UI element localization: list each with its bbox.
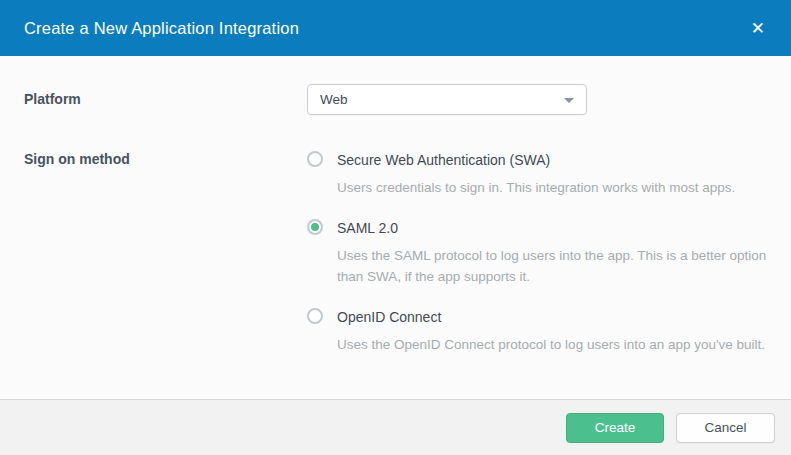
radio-option-label[interactable]: OpenID Connect bbox=[337, 308, 765, 326]
create-app-integration-dialog: Create a New Application Integration ✕ P… bbox=[0, 0, 791, 455]
platform-row: Platform Web bbox=[24, 84, 767, 115]
platform-label: Platform bbox=[24, 84, 307, 107]
sign-on-option-oidc[interactable]: OpenID Connect Uses the OpenID Connect p… bbox=[307, 308, 767, 355]
sign-on-option-saml[interactable]: SAML 2.0 Uses the SAML protocol to log u… bbox=[307, 219, 767, 287]
radio-option-description: Uses the OpenID Connect protocol to log … bbox=[337, 334, 765, 355]
radio-button-saml[interactable] bbox=[307, 219, 323, 235]
sign-on-option-swa[interactable]: Secure Web Authentication (SWA) Users cr… bbox=[307, 151, 767, 198]
sign-on-method-label: Sign on method bbox=[24, 151, 307, 167]
sign-on-options: Secure Web Authentication (SWA) Users cr… bbox=[307, 151, 767, 355]
dialog-header: Create a New Application Integration ✕ bbox=[0, 0, 791, 56]
dialog-title: Create a New Application Integration bbox=[24, 19, 749, 38]
dialog-footer: Create Cancel bbox=[0, 399, 791, 455]
radio-button-oidc[interactable] bbox=[307, 308, 323, 324]
radio-button-swa[interactable] bbox=[307, 151, 323, 167]
radio-option-description: Uses the SAML protocol to log users into… bbox=[337, 245, 767, 287]
radio-option-label[interactable]: Secure Web Authentication (SWA) bbox=[337, 151, 735, 169]
sign-on-method-row: Sign on method Secure Web Authentication… bbox=[24, 151, 767, 355]
platform-selected-value: Web bbox=[320, 92, 348, 107]
platform-select[interactable]: Web bbox=[307, 84, 587, 115]
chevron-down-icon bbox=[564, 98, 574, 103]
radio-option-description: Users credentials to sign in. This integ… bbox=[337, 177, 735, 198]
cancel-button[interactable]: Cancel bbox=[676, 413, 775, 443]
close-icon[interactable]: ✕ bbox=[749, 16, 767, 41]
create-button[interactable]: Create bbox=[566, 413, 664, 443]
radio-option-label[interactable]: SAML 2.0 bbox=[337, 219, 767, 237]
dialog-body: Platform Web Sign on method Secure Web A… bbox=[0, 56, 791, 355]
